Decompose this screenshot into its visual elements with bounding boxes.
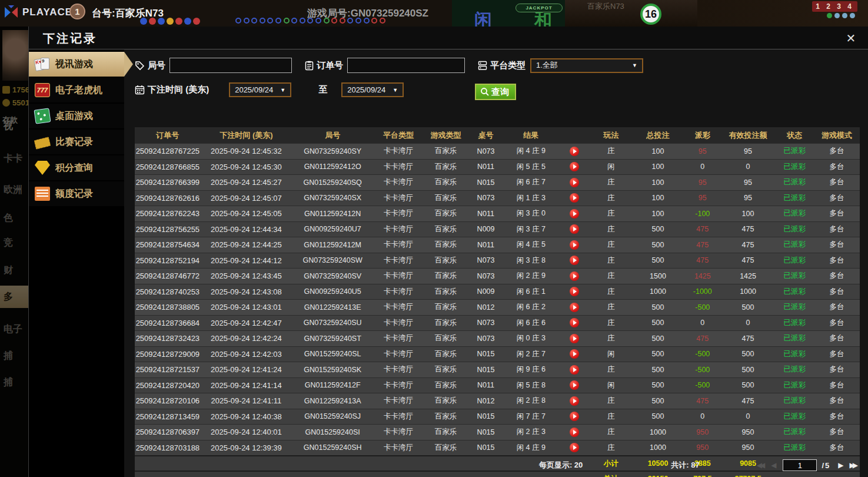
tab-slot-machines[interactable]: 777 电子老虎机	[29, 78, 124, 102]
cell-total-bet: 500	[631, 334, 684, 343]
play-video-icon[interactable]	[570, 428, 579, 437]
cell-status: 已派彩	[775, 443, 814, 453]
date-to-picker[interactable]: 2025/09/24 ▼	[341, 82, 404, 97]
table-row: 250924128766399 2025-09-24 12:45:27 GN01…	[135, 174, 860, 190]
cell-payout: -500	[684, 303, 721, 312]
cell-round-no: GN0112592412N	[292, 210, 373, 218]
cell-wager: 闲	[590, 162, 631, 172]
cell-table-no: N015	[468, 412, 503, 420]
play-video-icon[interactable]	[570, 349, 579, 359]
play-video-icon[interactable]	[570, 412, 579, 421]
play-video-icon[interactable]	[570, 365, 579, 375]
page-number-input[interactable]	[783, 459, 817, 471]
cell-game-type: 百家乐	[424, 146, 468, 156]
cell-bet-time: 2025-09-24 12:40:38	[201, 412, 292, 421]
play-video-icon[interactable]	[570, 178, 579, 187]
play-video-icon[interactable]	[570, 209, 579, 218]
clipboard-icon	[305, 61, 314, 71]
bg-dealer-image: 1 2 3 4	[697, 0, 868, 26]
play-video-icon[interactable]	[570, 147, 579, 156]
cell-platform: 卡卡湾厅	[373, 287, 424, 297]
play-video-icon[interactable]	[570, 224, 579, 234]
first-page-icon[interactable]: ◀◀	[757, 461, 763, 469]
cell-table-no: N073	[468, 147, 503, 155]
play-video-icon[interactable]	[570, 303, 579, 312]
chevron-down-icon: ▼	[393, 87, 398, 93]
cell-status: 已派彩	[775, 365, 814, 375]
col-order-no: 订单号	[135, 130, 201, 141]
cell-table-no: N009	[468, 287, 503, 296]
play-video-icon[interactable]	[570, 256, 579, 265]
cell-bet-time: 2025-09-24 12:45:30	[201, 163, 292, 171]
play-video-icon[interactable]	[570, 318, 579, 327]
cell-order-no: 250924128736684	[135, 319, 201, 327]
play-video-icon[interactable]	[570, 396, 579, 406]
betting-records-table: 订单号 下注时间 (美东) 局号 平台类型 游戏类型 桌号 结果 玩法 总投注 …	[135, 127, 860, 477]
cell-total-bet: 100	[631, 210, 684, 218]
deck-numbers: 1 2 3 4	[812, 1, 857, 12]
cell-valid-bet: 500	[721, 350, 775, 358]
cell-table-no: N012	[468, 397, 503, 405]
col-payout: 派彩	[684, 130, 721, 141]
play-video-icon[interactable]	[570, 240, 579, 250]
cell-valid-bet: 500	[721, 381, 775, 389]
table-row: 250924128754634 2025-09-24 12:44:25 GN01…	[135, 237, 860, 253]
prev-page-icon[interactable]: ◀	[771, 461, 774, 469]
play-video-icon[interactable]	[570, 380, 579, 390]
cell-valid-bet: 500	[721, 366, 775, 374]
cell-status: 已派彩	[775, 193, 814, 203]
cell-result: 闲 5 庄 8	[504, 380, 558, 390]
play-video-icon[interactable]	[570, 193, 579, 203]
cell-total-bet: 1000	[631, 428, 684, 436]
play-video-icon[interactable]	[570, 443, 579, 452]
cell-round-no: GN015259240SJ	[292, 412, 373, 420]
cell-payout: 475	[684, 225, 721, 233]
cell-round-no: GN009259240U7	[292, 225, 373, 233]
cell-order-no: 250924128740253	[135, 287, 201, 296]
cell-payout: 475	[684, 256, 721, 264]
cell-payout: 95	[684, 194, 721, 202]
game-top-bar: PLAYACE 1 台号:百家乐N73 游戏局号:GN073259240SZ 闲…	[0, 0, 868, 26]
bet-time-label-group: 下注时间 (美东)	[135, 84, 209, 95]
date-from-picker[interactable]: 2025/09/24 ▼	[229, 82, 291, 97]
cell-platform: 卡卡湾厅	[373, 256, 424, 266]
cell-bet-time: 2025-09-24 12:44:25	[201, 240, 292, 249]
table-row: 250924128703188 2025-09-24 12:39:39 GN01…	[135, 440, 860, 456]
play-video-icon[interactable]	[570, 271, 579, 281]
tab-quota-records[interactable]: 额度记录	[29, 181, 124, 206]
cell-round-no: GN015259240SH	[292, 443, 373, 452]
cell-total-bet: 100	[631, 178, 684, 187]
grand-total-payout: 707.5	[684, 475, 721, 477]
cell-game-mode: 多台	[814, 412, 860, 422]
cell-valid-bet: 475	[721, 225, 775, 233]
cell-bet-time: 2025-09-24 12:45:32	[201, 147, 292, 155]
last-page-icon[interactable]: ▶▶	[850, 461, 856, 469]
ticket-icon	[34, 137, 51, 150]
cell-wager: 闲	[590, 380, 631, 390]
tab-points-query[interactable]: 积分查询	[29, 155, 124, 180]
tab-video-games[interactable]: K♥9 视讯游戏	[29, 52, 124, 77]
cell-platform: 卡卡湾厅	[373, 208, 424, 218]
total-pages-label: 5	[825, 461, 829, 470]
cell-replay	[558, 178, 590, 187]
cell-total-bet: 500	[631, 350, 684, 358]
cell-wager: 庄	[590, 412, 631, 422]
play-video-icon[interactable]	[570, 334, 579, 343]
order-no-input[interactable]	[347, 58, 465, 73]
cell-game-type: 百家乐	[424, 256, 468, 266]
slot-777-icon: 777	[35, 83, 50, 97]
cell-replay	[558, 240, 590, 250]
tab-table-games[interactable]: 桌面游戏	[29, 104, 124, 128]
cell-valid-bet: 475	[721, 256, 775, 264]
platform-type-select[interactable]: 1.全部 ▼	[530, 58, 643, 73]
cell-status: 已派彩	[775, 224, 814, 234]
play-video-icon[interactable]	[570, 287, 579, 296]
next-page-icon[interactable]: ▶	[838, 461, 841, 469]
filter-panel: 局号 订单号 平台类型 1.全部 ▼	[135, 58, 860, 127]
search-button[interactable]: 查询	[475, 84, 516, 100]
close-icon[interactable]: ✕	[843, 31, 859, 46]
tab-match-records[interactable]: 比赛记录	[29, 130, 124, 154]
round-no-input[interactable]	[169, 58, 292, 73]
play-video-icon[interactable]	[570, 162, 579, 171]
cell-bet-time: 2025-09-24 12:43:45	[201, 271, 292, 280]
